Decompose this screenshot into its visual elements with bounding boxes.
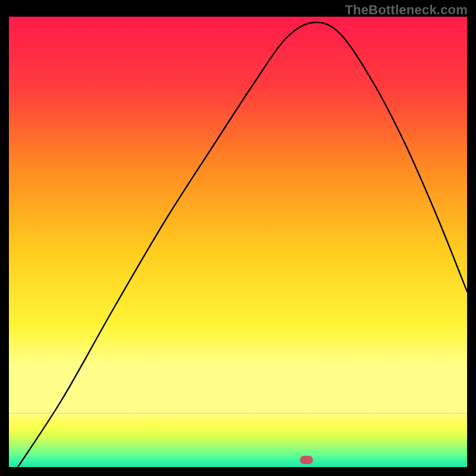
gradient-background-main (9, 17, 467, 413)
chart-container: TheBottleneck.com (0, 0, 476, 476)
watermark-text: TheBottleneck.com (345, 2, 468, 18)
plot-area (9, 17, 467, 467)
optimal-point-marker (300, 456, 313, 464)
plot-svg (9, 17, 467, 467)
gradient-background-tail (9, 413, 467, 467)
